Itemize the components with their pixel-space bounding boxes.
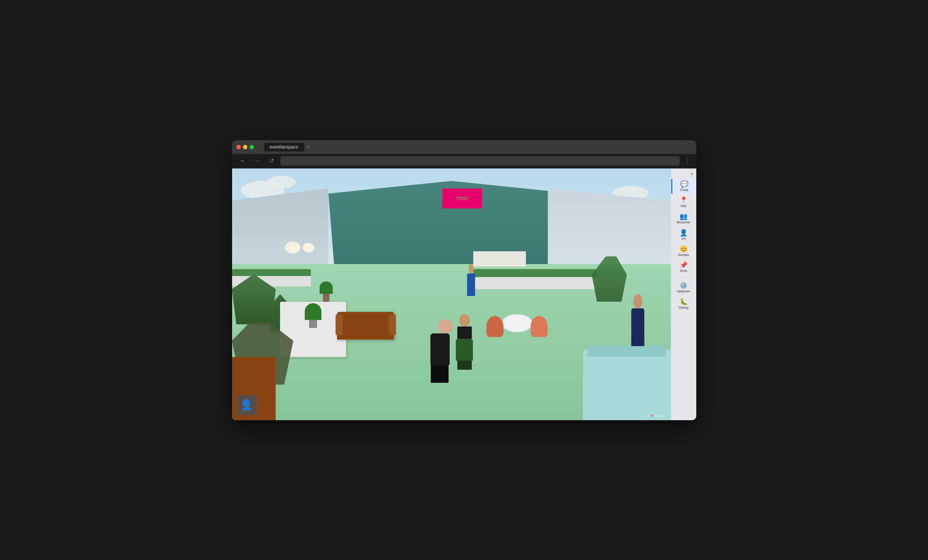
emotes-label: Emotes: [678, 253, 689, 257]
debug-icon: 🐛: [679, 299, 688, 305]
maximize-button[interactable]: [250, 145, 254, 149]
content-area: eventfanspace join now please: [232, 168, 696, 420]
user-avatar-icon: 👤: [240, 399, 253, 411]
debug-label: Debug: [679, 306, 688, 310]
new-tab-button[interactable]: +: [307, 144, 310, 150]
pois-label: POIs: [680, 269, 687, 273]
browser-window: eventfanspace + ← → ↺ ⋮: [232, 140, 696, 420]
sidebar-item-besucher[interactable]: 👥 Besucher: [671, 211, 696, 227]
ich-icon: 👤: [679, 229, 688, 236]
besucher-label: Besucher: [677, 220, 690, 224]
chats-icon: 💬: [680, 181, 688, 188]
close-button[interactable]: [237, 145, 241, 149]
sidebar-item-hier[interactable]: 📍 Hier: [671, 195, 696, 210]
user-avatar-indicator: 👤: [237, 395, 257, 415]
sidebar-item-emotes[interactable]: 😊 Emotes: [671, 244, 696, 259]
active-tab[interactable]: eventfanspace: [264, 143, 304, 151]
sidebar-collapse-area: «: [671, 171, 696, 177]
watermark-text-before: Wir: [646, 414, 650, 418]
sidebar-item-optionen[interactable]: ⚙️ Optionen: [671, 280, 696, 296]
sidebar-item-pois[interactable]: 📌 POIs: [671, 259, 696, 275]
right-sidebar: « 💬 Chats 📍 Hier 👥 Besucher 👤 Ich 😊 Emot: [671, 168, 696, 420]
avatar-main: [425, 319, 460, 390]
pois-icon: 📌: [679, 262, 688, 269]
sofa-brown: [337, 312, 394, 340]
emotes-icon: 😊: [679, 246, 688, 252]
sidebar-divider: [673, 278, 693, 278]
planter-back-right: [473, 269, 596, 289]
reload-button[interactable]: ↺: [267, 157, 276, 165]
avatar-back: [464, 264, 478, 302]
title-bar: eventfanspace +: [232, 140, 696, 154]
tab-bar: eventfanspace +: [264, 143, 692, 151]
sidebar-item-debug[interactable]: 🐛 Debug: [671, 296, 696, 312]
event-sign: eventfanspace join now please: [443, 188, 482, 209]
optionen-label: Optionen: [677, 290, 690, 293]
sidebar-item-chats[interactable]: 💬 Chats: [671, 179, 696, 194]
forward-button[interactable]: →: [252, 157, 263, 165]
minimize-button[interactable]: [243, 145, 247, 149]
watermark: Wir ❤ feedback!: [646, 414, 667, 418]
reception-desk: [473, 251, 526, 267]
besucher-icon: 👥: [679, 213, 688, 220]
back-button[interactable]: ←: [238, 157, 248, 165]
optionen-icon: ⚙️: [679, 282, 688, 289]
browser-menu-button[interactable]: ⋮: [684, 157, 690, 165]
tab-label: eventfanspace: [270, 145, 298, 150]
scene: eventfanspace join now please: [232, 168, 671, 420]
bg-tables: [284, 239, 346, 257]
hier-label: Hier: [681, 204, 687, 208]
white-table-area: [486, 314, 548, 344]
watermark-heart: ❤: [650, 414, 653, 418]
plant-pot-small: [320, 281, 333, 301]
game-viewport[interactable]: eventfanspace join now please: [232, 168, 671, 420]
collapse-icon[interactable]: «: [691, 171, 693, 177]
chats-label: Chats: [680, 188, 688, 192]
address-bar[interactable]: [281, 156, 679, 166]
sidebar-item-ich[interactable]: 👤 Ich: [671, 227, 696, 243]
event-sign-text2: join now please: [457, 198, 467, 200]
traffic-lights: [237, 145, 254, 149]
nav-bar: ← → ↺ ⋮: [232, 154, 696, 168]
building-left: [232, 188, 329, 269]
sofa-right: [583, 349, 671, 420]
hier-icon: 📍: [679, 197, 688, 203]
ich-label: Ich: [681, 237, 686, 241]
watermark-text-after: feedback!: [654, 414, 667, 418]
